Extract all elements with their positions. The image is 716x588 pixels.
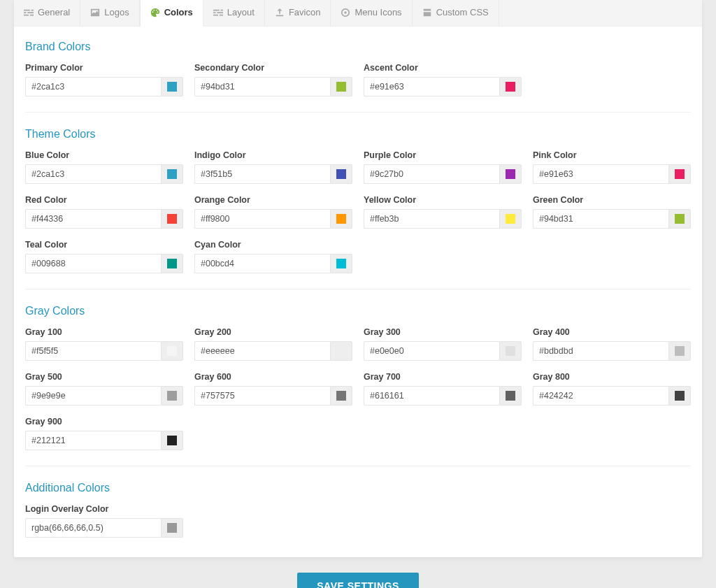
color-input[interactable] <box>533 386 668 406</box>
color-field-purple-color: Purple Color <box>364 150 522 184</box>
tab-colors[interactable]: Colors <box>140 0 203 27</box>
color-input[interactable] <box>364 386 499 406</box>
field-label: Gray 900 <box>25 417 183 426</box>
color-field-secondary-color: Secondary Color <box>194 63 352 96</box>
color-swatch[interactable] <box>499 341 522 361</box>
color-swatch[interactable] <box>161 77 183 96</box>
color-input[interactable] <box>364 209 499 229</box>
color-field-cyan-color: Cyan Color <box>194 240 352 273</box>
color-input[interactable] <box>533 341 668 361</box>
color-field-teal-color: Teal Color <box>25 240 183 273</box>
color-input[interactable] <box>533 164 668 184</box>
tab-label: Layout <box>227 7 255 17</box>
tab-layout[interactable]: Layout <box>203 0 265 26</box>
color-field-gray-900: Gray 900 <box>25 417 183 450</box>
color-input[interactable] <box>194 164 330 184</box>
code-icon <box>422 8 432 17</box>
color-swatch[interactable] <box>499 386 522 406</box>
color-swatch[interactable] <box>161 386 183 406</box>
color-swatch[interactable] <box>161 341 183 361</box>
field-label: Gray 100 <box>25 327 183 337</box>
color-field-blue-color: Blue Color <box>25 150 183 184</box>
field-label: Ascent Color <box>364 63 522 73</box>
image-icon <box>90 8 100 17</box>
color-swatch[interactable] <box>161 164 183 184</box>
color-input[interactable] <box>194 386 330 406</box>
tab-custom-css[interactable]: Custom CSS <box>413 0 499 26</box>
color-swatch[interactable] <box>668 386 691 406</box>
color-swatch[interactable] <box>330 164 352 184</box>
tab-logos[interactable]: Logos <box>80 0 139 26</box>
section-gray-colors: Gray Colors Gray 100Gray 200Gray 300Gray… <box>25 303 691 466</box>
color-input[interactable] <box>364 164 499 184</box>
color-input[interactable] <box>194 341 330 361</box>
colors-panel: Brand Colors Primary ColorSecondary Colo… <box>14 27 702 557</box>
color-field-gray-100: Gray 100 <box>25 327 183 361</box>
color-input[interactable] <box>25 254 161 273</box>
save-settings-button[interactable]: SAVE SETTINGS <box>297 573 418 588</box>
color-input[interactable] <box>533 209 668 229</box>
field-label: Gray 400 <box>533 327 691 337</box>
field-label: Gray 500 <box>25 372 183 382</box>
color-field-gray-300: Gray 300 <box>364 327 522 361</box>
color-swatch[interactable] <box>330 341 352 361</box>
color-swatch[interactable] <box>330 386 352 406</box>
upload-icon <box>275 8 285 17</box>
field-label: Cyan Color <box>194 240 352 250</box>
tab-label: Menu Icons <box>355 7 401 17</box>
field-label: Secondary Color <box>194 63 352 73</box>
color-input[interactable] <box>194 254 330 273</box>
field-label: Red Color <box>25 195 183 205</box>
color-field-gray-200: Gray 200 <box>194 327 352 361</box>
tab-general[interactable]: General <box>14 0 80 26</box>
color-swatch[interactable] <box>161 431 183 450</box>
color-swatch[interactable] <box>499 77 522 96</box>
color-input[interactable] <box>25 209 161 229</box>
color-swatch[interactable] <box>161 254 183 273</box>
color-input[interactable] <box>364 77 499 96</box>
tab-favicon[interactable]: Favicon <box>265 0 331 26</box>
section-title: Gray Colors <box>25 305 691 317</box>
color-swatch[interactable] <box>499 164 522 184</box>
tab-menu-icons[interactable]: Menu Icons <box>331 0 412 26</box>
tab-label: Colors <box>164 7 193 17</box>
field-label: Indigo Color <box>194 150 352 160</box>
section-title: Brand Colors <box>25 41 691 53</box>
color-input[interactable] <box>364 341 499 361</box>
tab-label: Favicon <box>289 7 321 17</box>
color-swatch[interactable] <box>330 254 352 273</box>
color-input[interactable] <box>194 77 330 96</box>
section-theme-colors: Theme Colors Blue ColorIndigo ColorPurpl… <box>25 127 691 289</box>
color-input[interactable] <box>25 518 161 538</box>
color-input[interactable] <box>25 77 161 96</box>
color-field-gray-700: Gray 700 <box>364 372 522 406</box>
color-field-gray-600: Gray 600 <box>194 372 352 406</box>
color-input[interactable] <box>194 209 330 229</box>
color-swatch[interactable] <box>330 77 352 96</box>
color-field-gray-400: Gray 400 <box>533 327 691 361</box>
color-field-orange-color: Orange Color <box>194 195 352 229</box>
color-field-green-color: Green Color <box>533 195 691 229</box>
color-swatch[interactable] <box>668 209 691 229</box>
color-swatch[interactable] <box>668 164 691 184</box>
field-label: Gray 600 <box>194 372 352 382</box>
settings-tabs: General Logos Colors Layout Favicon Menu… <box>14 0 702 27</box>
field-label: Pink Color <box>533 150 691 160</box>
color-swatch[interactable] <box>499 209 522 229</box>
field-label: Yellow Color <box>364 195 522 205</box>
layout-icon <box>213 8 223 17</box>
color-input[interactable] <box>25 386 161 406</box>
field-label: Gray 200 <box>194 327 352 337</box>
color-swatch[interactable] <box>161 209 183 229</box>
color-field-login-overlay-color: Login Overlay Color <box>25 504 183 538</box>
color-swatch[interactable] <box>330 209 352 229</box>
color-field-yellow-color: Yellow Color <box>364 195 522 229</box>
color-input[interactable] <box>25 341 161 361</box>
color-swatch[interactable] <box>161 518 183 538</box>
color-field-primary-color: Primary Color <box>25 63 183 96</box>
tab-label: Logos <box>104 7 129 17</box>
color-swatch[interactable] <box>668 341 691 361</box>
record-icon <box>341 8 350 17</box>
color-input[interactable] <box>25 164 161 184</box>
color-input[interactable] <box>25 431 161 450</box>
